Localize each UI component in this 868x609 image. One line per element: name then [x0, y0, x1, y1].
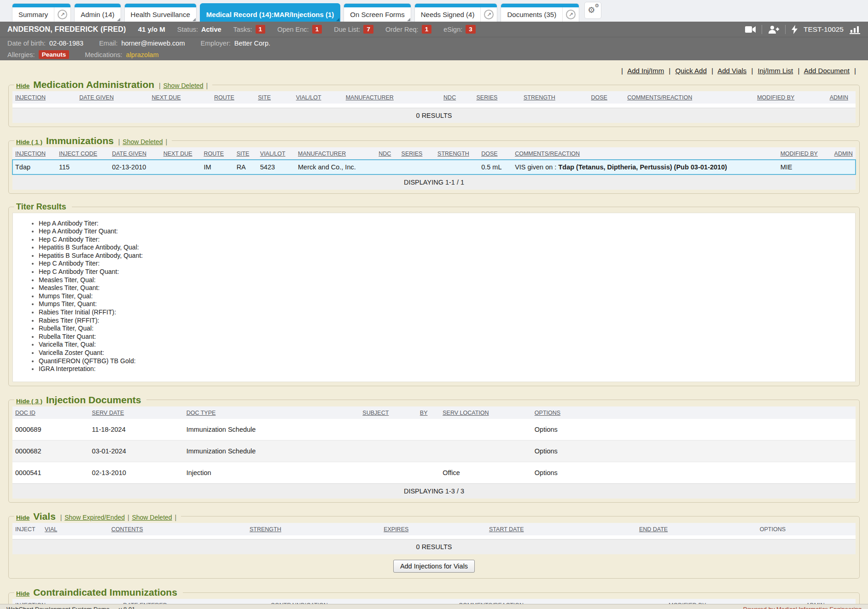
- show-deleted-link[interactable]: Show Deleted: [163, 82, 203, 89]
- cell-injection[interactable]: Tdap: [12, 160, 56, 175]
- add-vials-link[interactable]: Add Vials: [717, 67, 746, 75]
- column-header[interactable]: NDC: [441, 91, 473, 104]
- medication-value[interactable]: alprazolam: [126, 51, 159, 58]
- column-header[interactable]: INJECTION: [12, 147, 56, 160]
- column-header[interactable]: ADMIN: [827, 91, 856, 104]
- column-header[interactable]: SERIES: [473, 91, 521, 104]
- document-row[interactable]: 0000541 02-13-2010 Injection Office Opti…: [12, 462, 856, 483]
- tasks-counter[interactable]: Tasks: 1: [233, 25, 266, 34]
- cell-vial-lot: 5423: [257, 160, 295, 175]
- immunization-row-tdap[interactable]: Tdap 115 02-13-2010 IM RA 5423 Merck and…: [12, 160, 856, 175]
- order-req-badge[interactable]: 1: [422, 25, 432, 34]
- cell-doc-id[interactable]: 0000689: [12, 419, 89, 441]
- tab-summary-popout-button[interactable]: ↗: [54, 7, 70, 22]
- tab-medical-record-active[interactable]: Medical Record (14):MAR/Injections (1): [200, 7, 340, 22]
- column-header[interactable]: DATE GIVEN: [109, 147, 160, 160]
- column-header[interactable]: DOSE: [478, 147, 512, 160]
- column-header[interactable]: ROUTE: [211, 91, 255, 104]
- tab-documents[interactable]: Documents (35): [501, 7, 562, 22]
- add-person-icon[interactable]: [768, 25, 779, 34]
- column-header[interactable]: STRENGTH: [521, 91, 588, 104]
- options-link[interactable]: Options: [535, 447, 558, 455]
- cell-doc-id[interactable]: 0000541: [12, 462, 89, 483]
- show-deleted-link[interactable]: Show Deleted: [122, 138, 163, 145]
- column-header[interactable]: SUBJECT: [360, 406, 417, 419]
- column-header[interactable]: NEXT DUE: [149, 91, 211, 104]
- hide-immunizations-link[interactable]: Hide ( 1 ): [16, 139, 42, 145]
- esign-counter[interactable]: eSign: 3: [443, 25, 476, 34]
- column-header[interactable]: NDC: [376, 147, 398, 160]
- tab-on-screen-forms[interactable]: On Screen Forms: [344, 7, 410, 22]
- column-header[interactable]: NEXT DUE: [161, 147, 201, 160]
- column-header[interactable]: MODIFIED BY: [778, 147, 832, 160]
- due-list-counter[interactable]: Due List: 7: [334, 25, 373, 34]
- column-header[interactable]: MANUFACTURER: [295, 147, 376, 160]
- video-camera-icon[interactable]: [745, 26, 756, 33]
- show-expired-ended-link[interactable]: Show Expired/Ended: [64, 514, 125, 521]
- bar-chart-icon[interactable]: [850, 25, 861, 34]
- hide-vials-link[interactable]: Hide: [16, 514, 29, 521]
- column-header[interactable]: COMMENTS/REACTION: [624, 91, 754, 104]
- options-link[interactable]: Options: [535, 469, 558, 476]
- column-header[interactable]: SITE: [234, 147, 257, 160]
- column-header[interactable]: INJECTION: [12, 91, 76, 104]
- tab-documents-popout-button[interactable]: ↗: [562, 7, 579, 22]
- column-header[interactable]: ADMIN: [832, 147, 856, 160]
- show-deleted-link[interactable]: Show Deleted: [132, 514, 172, 521]
- column-header[interactable]: VIAL: [42, 523, 109, 535]
- column-header[interactable]: DOSE: [588, 91, 624, 104]
- column-header[interactable]: SERV LOCATION: [440, 406, 532, 419]
- column-header[interactable]: STRENGTH: [435, 147, 478, 160]
- titer-item: Mumps Titer, Quant:: [39, 300, 855, 308]
- document-row[interactable]: 0000682 03-01-2024 Immunization Schedule…: [12, 440, 856, 462]
- column-header[interactable]: SITE: [255, 91, 293, 104]
- column-header[interactable]: DATE GIVEN: [76, 91, 149, 104]
- hide-contraindicated-link[interactable]: Hide: [16, 590, 29, 597]
- allergy-badge[interactable]: Peanuts: [39, 50, 70, 59]
- tasks-badge[interactable]: 1: [256, 25, 266, 34]
- column-header[interactable]: DOC ID: [12, 406, 89, 419]
- column-header[interactable]: MANUFACTURER: [343, 91, 441, 104]
- hide-injection-documents-link[interactable]: Hide ( 3 ): [16, 398, 42, 405]
- open-enc-counter[interactable]: Open Enc: 1: [277, 25, 322, 34]
- tab-needs-signed-popout-button[interactable]: ↗: [480, 7, 497, 22]
- due-list-badge[interactable]: 7: [363, 25, 373, 34]
- hide-med-admin-link[interactable]: Hide: [16, 82, 29, 89]
- esign-badge[interactable]: 3: [466, 25, 476, 34]
- column-header[interactable]: BY: [417, 406, 440, 419]
- column-header[interactable]: CONTENTS: [109, 523, 247, 535]
- column-header[interactable]: MODIFIED BY: [754, 91, 827, 104]
- column-header[interactable]: EXPIRES: [381, 523, 486, 535]
- add-document-link[interactable]: Add Document: [804, 67, 850, 75]
- cell-doc-type: Immunization Schedule: [184, 440, 360, 462]
- lightning-icon[interactable]: [792, 25, 798, 34]
- cell-doc-id[interactable]: 0000682: [12, 440, 89, 462]
- open-enc-badge[interactable]: 1: [312, 25, 322, 34]
- tab-health-surveillance[interactable]: Health Surveillance: [125, 7, 196, 22]
- tab-needs-signed[interactable]: Needs Signed (4): [415, 7, 481, 22]
- options-link[interactable]: Options: [535, 426, 558, 433]
- document-row[interactable]: 0000689 11-18-2024 Immunization Schedule…: [12, 419, 856, 441]
- add-inj-imm-link[interactable]: Add Inj/Imm: [627, 67, 664, 75]
- column-header[interactable]: VIAL/LOT: [257, 147, 295, 160]
- column-header[interactable]: SERIES: [399, 147, 435, 160]
- tab-admin[interactable]: Admin (14): [75, 7, 120, 22]
- quick-add-link[interactable]: Quick Add: [675, 67, 706, 75]
- column-header[interactable]: VIAL/LOT: [293, 91, 343, 104]
- column-header[interactable]: STRENGTH: [247, 523, 381, 535]
- column-header[interactable]: OPTIONS: [532, 406, 856, 419]
- tab-menu-indicator: [407, 18, 410, 21]
- column-header[interactable]: ROUTE: [201, 147, 233, 160]
- column-header[interactable]: END DATE: [636, 523, 757, 535]
- column-header[interactable]: SERV DATE: [89, 406, 184, 419]
- column-header[interactable]: START DATE: [486, 523, 636, 535]
- section-title: Contraindicated Immunizations: [33, 587, 177, 597]
- order-req-counter[interactable]: Order Req: 1: [385, 25, 431, 34]
- column-header[interactable]: INJECT CODE: [56, 147, 109, 160]
- column-header[interactable]: DOC TYPE: [184, 406, 360, 419]
- inj-imm-list-link[interactable]: Inj/Imm List: [758, 67, 793, 75]
- tab-summary[interactable]: Summary: [12, 7, 54, 22]
- settings-button[interactable]: ⚙ ⚙: [584, 2, 601, 19]
- add-injections-for-vials-button[interactable]: Add Injections for Vials: [393, 560, 475, 573]
- column-header[interactable]: COMMENTS/REACTION: [512, 147, 778, 160]
